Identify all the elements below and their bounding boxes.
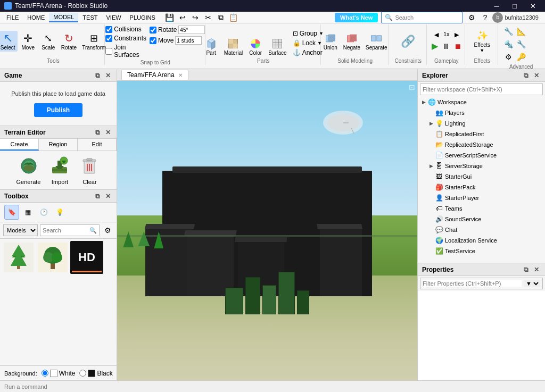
stop-button[interactable]: ⏹ (452, 40, 463, 52)
viewport-close-icon[interactable]: ✕ (178, 72, 183, 78)
command-input[interactable] (4, 383, 541, 390)
tree-item-chat[interactable]: 💬 Chat (418, 224, 545, 235)
advanced-btn1[interactable]: 🔧 (502, 26, 514, 37)
play-button[interactable]: ▶ (430, 40, 440, 52)
properties-filter-input[interactable] (423, 280, 522, 287)
ribbon-search-bar[interactable]: 🔍 (381, 12, 463, 23)
material-button[interactable]: Material (222, 36, 245, 57)
explorer-panel-close-button[interactable]: ✕ (532, 71, 541, 80)
quick-cut-btn[interactable]: ✂ (202, 12, 214, 23)
maximize-button[interactable]: □ (507, 0, 523, 12)
terrain-clear-action[interactable]: Clear (79, 155, 100, 185)
toolbox-grid-button[interactable]: ▦ (20, 205, 35, 220)
settings-icon[interactable]: ⚙ (466, 12, 477, 23)
viewport-maximize-button[interactable]: ⊡ (409, 83, 415, 91)
tree-item-teams[interactable]: 🏷 Teams (418, 203, 545, 214)
viewport-tab-item[interactable]: Team/FFA Arena ✕ (121, 70, 188, 80)
terrain-panel-close-button[interactable]: ✕ (104, 128, 112, 137)
scale-button[interactable]: ⤡ Scale (39, 31, 58, 52)
constraints-checkbox[interactable] (105, 35, 112, 42)
move-button[interactable]: ✛ Move (19, 31, 38, 52)
menu-home[interactable]: HOME (23, 13, 49, 22)
tree-item-serverscriptservice[interactable]: 📄 ServerScriptService (418, 150, 545, 161)
negate-button[interactable]: Negate (341, 31, 362, 52)
tree-item-localizationservice[interactable]: 🌍 Localization Service (418, 235, 545, 246)
tree-item-starterplayer[interactable]: 👤 StarterPlayer (418, 193, 545, 203)
move-snap-input[interactable] (175, 36, 202, 45)
game-panel-close-button[interactable]: ✕ (104, 71, 112, 80)
tree-item-serverstorage[interactable]: ▶ 🗄 ServerStorage (418, 161, 545, 171)
join-surfaces-checkbox[interactable] (105, 48, 112, 55)
terrain-panel-float-button[interactable]: ⧉ (93, 128, 102, 137)
effects-button[interactable]: ✨ Effects ▼ (472, 28, 492, 54)
select-button[interactable]: ↖ Select (0, 31, 18, 52)
menu-file[interactable]: FILE (2, 13, 23, 22)
separate-button[interactable]: Separate (364, 31, 390, 52)
color-button[interactable]: Color (246, 36, 265, 57)
bg-black-option[interactable]: Black (79, 370, 112, 377)
tree-item-replicatedfirst[interactable]: 📋 ReplicatedFirst (418, 129, 545, 139)
quick-paste-btn[interactable]: 📋 (228, 12, 240, 23)
constraints-main-button[interactable]: 🔗 (399, 34, 418, 49)
move-snap-checkbox[interactable] (150, 37, 156, 44)
toolbox-item-hd[interactable]: HD (70, 241, 103, 274)
properties-panel-float-button[interactable]: ⧉ (522, 265, 530, 274)
toolbox-panel-float-button[interactable]: ⧉ (93, 192, 102, 201)
tree-item-testservice[interactable]: ✅ TestService (418, 246, 545, 256)
toolbox-item-tree2[interactable] (36, 241, 69, 274)
toolbox-item-pine[interactable] (2, 241, 35, 274)
transform-button[interactable]: ⊞ Transform (80, 31, 108, 52)
help-icon[interactable]: ? (479, 12, 491, 23)
minimize-button[interactable]: ─ (489, 0, 505, 12)
tree-item-starterpack[interactable]: 🎒 StarterPack (418, 182, 545, 193)
terrain-tab-create[interactable]: Create (0, 139, 39, 151)
rotate-button[interactable]: ↻ Rotate (59, 31, 79, 52)
tree-item-workspace[interactable]: ▶ 🌐 Workspace (418, 97, 545, 107)
toolbox-bookmark-button[interactable]: 🔖 (4, 205, 19, 220)
toolbox-filter-options-button[interactable]: ⚙ (102, 224, 113, 236)
tree-item-replicatedstorage[interactable]: 📂 ReplicatedStorage (418, 139, 545, 150)
quick-redo-btn[interactable]: ↪ (189, 12, 201, 23)
publish-button[interactable]: Publish (34, 103, 82, 117)
union-button[interactable]: Union (321, 31, 340, 52)
surface-button[interactable]: Surface (266, 36, 288, 57)
explorer-panel-float-button[interactable]: ⧉ (522, 71, 530, 80)
toolbox-panel-close-button[interactable]: ✕ (104, 192, 112, 201)
bg-white-option[interactable]: White (42, 370, 76, 377)
tree-item-soundservice[interactable]: 🔊 SoundService (418, 214, 545, 224)
toolbox-clock-button[interactable]: 🕐 (36, 205, 51, 220)
bg-black-radio[interactable] (79, 370, 86, 377)
game-panel-float-button[interactable]: ⧉ (93, 71, 102, 80)
part-button[interactable]: Part (202, 36, 221, 57)
properties-panel-close-button[interactable]: ✕ (532, 265, 541, 274)
scale-decrease-button[interactable]: ◀ (433, 31, 440, 39)
lock-button[interactable]: 🔒 Lock ▼ (291, 39, 325, 47)
advanced-btn2[interactable]: 📐 (515, 26, 527, 37)
menu-test[interactable]: TEST (78, 13, 102, 22)
quick-save-btn[interactable]: 💾 (164, 12, 176, 23)
ribbon-search-input[interactable] (395, 14, 459, 21)
tree-item-startergui[interactable]: 🖼 StarterGui (418, 171, 545, 182)
terrain-tab-region[interactable]: Region (39, 139, 78, 151)
tree-item-players[interactable]: 👥 Players (418, 107, 545, 118)
tree-item-lighting[interactable]: ▶ 💡 Lighting (418, 118, 545, 129)
quick-copy-btn[interactable]: ⧉ (215, 12, 227, 23)
advanced-btn4[interactable]: 🔧 (515, 38, 527, 50)
quick-undo-btn[interactable]: ↩ (177, 12, 188, 23)
toolbox-filter-select[interactable]: Models Decals Audio Meshes (3, 224, 38, 236)
terrain-generate-action[interactable]: Generate (16, 155, 41, 185)
advanced-btn3[interactable]: 🔩 (502, 38, 514, 50)
advanced-btn6[interactable]: 🔑 (515, 51, 527, 63)
menu-view[interactable]: VIEW (102, 13, 125, 22)
scale-increase-button[interactable]: ▶ (453, 31, 460, 39)
viewport-canvas[interactable]: ⊡ (117, 81, 417, 380)
collisions-checkbox[interactable] (105, 26, 112, 33)
close-button[interactable]: ✕ (525, 0, 541, 12)
bg-white-radio[interactable] (42, 370, 48, 377)
menu-model[interactable]: MODEL (49, 13, 78, 22)
anchor-button[interactable]: ⚓ Anchor (291, 48, 325, 57)
whats-new-button[interactable]: What's New (335, 13, 378, 22)
menu-plugins[interactable]: PLUGINS (126, 13, 160, 22)
explorer-filter-input[interactable] (420, 84, 543, 95)
toolbox-search-input[interactable] (43, 227, 89, 233)
